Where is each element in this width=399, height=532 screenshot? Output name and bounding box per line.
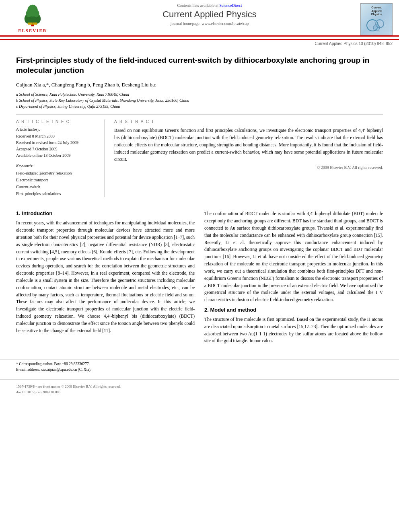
red-rule: [0, 35, 399, 37]
sciencedirect-link[interactable]: ScienceDirect: [219, 3, 242, 8]
journal-header: ELSEVIER Contents lists available at Sci…: [0, 0, 399, 40]
introduction-heading: 1. Introduction: [16, 210, 195, 216]
body-right-column: The conformation of BDCT molecule is sim…: [204, 210, 383, 348]
svg-point-5: [26, 10, 32, 17]
keyword-2: Electronic transport: [16, 177, 98, 183]
footnote-area: * Corresponding author. Fax: +86 29 8233…: [0, 359, 399, 373]
paper-footer: 1567-1739/$ - see front matter © 2009 El…: [0, 379, 399, 397]
article-meta-row: A R T I C L E I N F O Article history: R…: [16, 119, 383, 197]
elsevier-logo-area: ELSEVIER: [6, 3, 59, 33]
affiliations: a School of Science, Xian Polytechnic Un…: [16, 91, 383, 109]
doi-line: doi:10.1016/j.cap.2009.10.006: [16, 390, 383, 394]
paper-content: First-principles study of the field-indu…: [0, 47, 399, 356]
elsevier-label: ELSEVIER: [18, 28, 47, 33]
history-label: Article history:: [16, 127, 98, 131]
copyright-line: © 2009 Elsevier B.V. All rights reserved…: [114, 165, 383, 170]
divider-1: [16, 114, 383, 115]
journal-center: Contents lists available at ScienceDirec…: [59, 3, 360, 26]
keyword-3: Current-switch: [16, 183, 98, 190]
affiliation-c: c Department of Physics, Jining Universi…: [16, 103, 383, 109]
paper-title: First-principles study of the field-indu…: [16, 55, 383, 75]
model-text: The structure of free molecule is first …: [204, 316, 383, 345]
journal-meta-line: Contents lists available at ScienceDirec…: [67, 3, 352, 8]
keywords-section: Keywords: Field-induced geometry relaxat…: [16, 164, 98, 197]
abstract-column: A B S T R A C T Based on non-equilibrium…: [114, 119, 383, 197]
svg-rect-8: [32, 23, 33, 25]
body-columns: 1. Introduction In recent years, with th…: [16, 210, 383, 348]
issn-line: 1567-1739/$ - see front matter © 2009 El…: [16, 384, 383, 388]
introduction-paragraph-1: In recent years, with the advancement of…: [16, 220, 195, 334]
keyword-4: First-principles calculations: [16, 190, 98, 197]
authors-line: Caijuan Xia a,*, Changfeng Fang b, Peng …: [16, 82, 383, 88]
article-info-label: A R T I C L E I N F O: [16, 119, 98, 124]
elsevier-tree-icon: [16, 3, 49, 27]
intro-continuation: The conformation of BDCT molecule is sim…: [204, 210, 383, 304]
keyword-1: Field-induced geometry relaxation: [16, 170, 98, 177]
journal-cover-image: Current Applied Physics: [360, 3, 393, 35]
abstract-text: Based on non-equilibrium Green's functio…: [114, 127, 383, 163]
body-left-column: 1. Introduction In recent years, with th…: [16, 210, 195, 348]
affiliation-a: a School of Science, Xian Polytechnic Un…: [16, 91, 383, 97]
accepted-date: Accepted 7 October 2009: [16, 146, 98, 152]
corresponding-author-note: * Corresponding author. Fax: +86 29 8233…: [16, 361, 383, 367]
journal-title: Current Applied Physics: [67, 9, 352, 20]
cover-graphic: [364, 16, 389, 33]
available-date: Available online 13 October 2009: [16, 152, 98, 159]
svg-point-6: [33, 10, 39, 17]
svg-point-11: [373, 25, 380, 31]
model-heading: 2. Model and method: [204, 307, 383, 313]
abstract-label: A B S T R A C T: [114, 119, 383, 124]
article-info-column: A R T I C L E I N F O Article history: R…: [16, 119, 105, 197]
revised-date: Received in revised form 24 July 2009: [16, 140, 98, 146]
journal-homepage: journal homepage: www.elsevier.com/locat…: [67, 21, 352, 26]
received-date: Received 8 March 2009: [16, 133, 98, 140]
email-note: E-mail address: xiacaijuan@xpu.edu.cn (C…: [16, 367, 383, 372]
keywords-label: Keywords:: [16, 164, 98, 168]
issue-line: Current Applied Physics 10 (2010) 848–85…: [0, 40, 399, 47]
divider-2: [16, 202, 383, 202]
affiliation-b: b School of Physics, State Key Laborator…: [16, 97, 383, 103]
